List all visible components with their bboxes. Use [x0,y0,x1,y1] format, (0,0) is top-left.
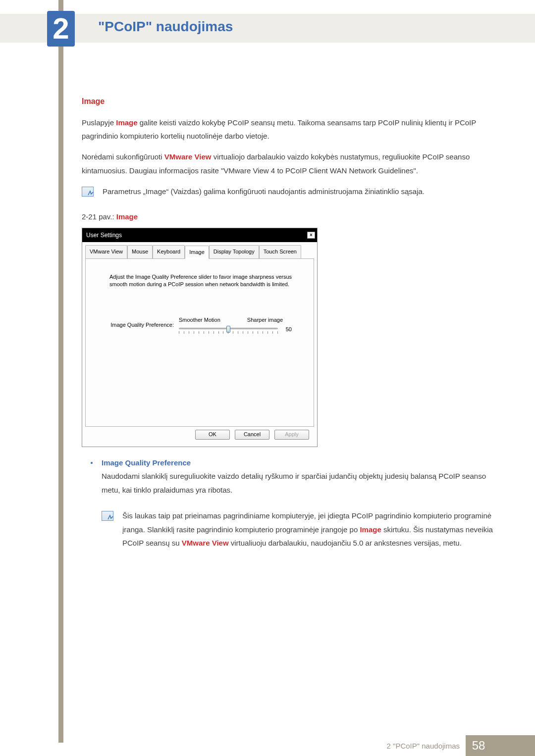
tab-keyboard[interactable]: Keyboard [153,245,185,258]
figure-label: 2-21 pav.: Image [82,210,493,224]
dialog-instruction: Adjust the Image Quality Preference slid… [109,273,298,289]
hl-fig: Image [116,212,138,221]
pref-row: Image Quality Preference: Smoother Motio… [109,315,304,335]
cancel-button[interactable]: Cancel [235,430,269,440]
tab-display-topology[interactable]: Display Topology [209,245,259,258]
dialog-title: User Settings [86,230,122,241]
page-content: Image Puslapyje Image galite keisti vaiz… [82,94,493,560]
intro-paragraph-1: Puslapyje Image galite keisti vaizdo kok… [82,116,493,144]
note-block-1: Parametrus „Image“ (Vaizdas) galima konf… [82,185,493,205]
footer-page-number: 58 [466,735,491,756]
text: virtualiuoju darbalaukiu, naudojančiu 5.… [229,539,462,547]
bullet-image-quality: Image Quality Preference Naudodami slank… [91,456,493,504]
chapter-number-badge: 2 [47,11,75,47]
bullet-icon [91,462,93,464]
dialog-button-row: OK Cancel Apply [85,427,314,443]
ok-button[interactable]: OK [195,430,230,440]
footer-text: 2 "PCoIP" naudojimas [387,735,466,756]
tab-pane-image: Adjust the Image Quality Preference slid… [85,258,314,427]
bullet-heading: Image Quality Preference [102,456,493,470]
dialog-body: VMware View Mouse Keyboard Image Display… [82,242,317,446]
side-accent-bar [58,0,63,743]
dialog-tabs: VMware View Mouse Keyboard Image Display… [85,245,314,258]
slider-left-label: Smoother Motion [179,315,220,325]
tab-image[interactable]: Image [185,246,209,258]
hl-image-2: Image [360,525,381,534]
close-button[interactable]: × [307,232,315,239]
slider-block: Smoother Motion Sharper image 50 [179,315,304,335]
pref-label: Image Quality Preference: [109,320,174,330]
dialog-titlebar: User Settings × [82,228,317,242]
apply-button[interactable]: Apply [274,430,309,440]
footer-accent [491,735,535,756]
header-band [0,14,535,43]
hl-image: Image [116,118,137,127]
note-icon [82,187,94,197]
page-footer: 2 "PCoIP" naudojimas 58 [0,735,535,756]
note-text: Šis laukas taip pat prieinamas pagrindin… [122,509,493,550]
image-quality-slider[interactable]: 50 [179,326,278,335]
section-heading: Image [82,94,493,109]
note-text: Parametrus „Image“ (Vaizdas) galima konf… [103,185,425,199]
slider-ticks [179,331,278,334]
note-icon [102,511,113,521]
tab-touch-screen[interactable]: Touch Screen [259,245,301,258]
note-block-2: Šis laukas taip pat prieinamas pagrindin… [102,509,493,550]
tab-vmware-view[interactable]: VMware View [85,245,127,258]
bullet-text: Naudodami slankiklį sureguliuokite vaizd… [102,469,493,497]
user-settings-dialog: User Settings × VMware View Mouse Keyboa… [82,228,318,447]
tab-mouse[interactable]: Mouse [127,245,153,258]
hl-vmware-2: VMware View [182,539,229,547]
text: Norėdami sukonfigūruoti [82,152,164,161]
hl-vmware: VMware View [164,152,212,161]
slider-labels: Smoother Motion Sharper image [179,315,283,325]
text: Puslapyje [82,118,116,127]
intro-paragraph-2: Norėdami sukonfigūruoti VMware View virt… [82,150,493,178]
text: galite keisti vaizdo kokybę PCoIP seansų… [82,118,476,141]
bullet-body: Image Quality Preference Naudodami slank… [102,456,493,504]
slider-value: 50 [286,324,292,334]
chapter-title: "PCoIP" naudojimas [98,19,233,35]
text: 2-21 pav.: [82,212,116,221]
slider-right-label: Sharper image [247,315,283,325]
